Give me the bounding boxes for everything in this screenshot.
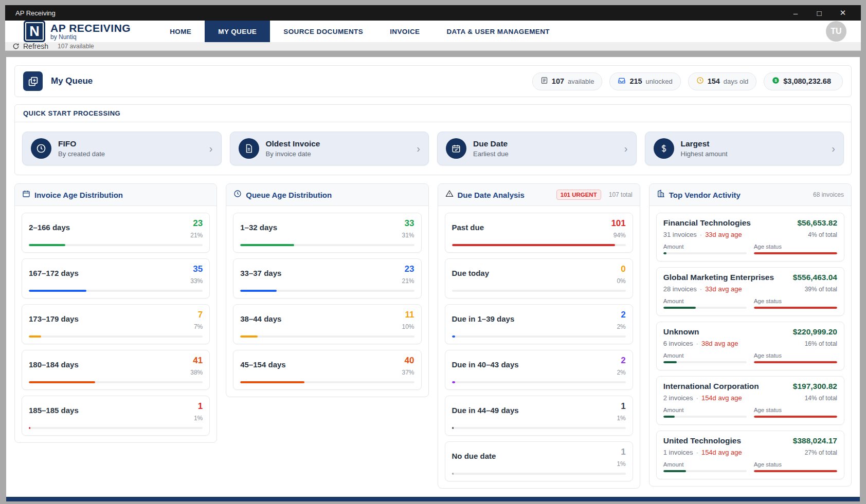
- dollar-circle-icon: $: [772, 77, 780, 86]
- vendor-card: Global Marketing Enterprises$556,463.04 …: [656, 267, 844, 316]
- age-track: [754, 307, 837, 309]
- quick-card-fifo[interactable]: FIFOBy created date ›: [22, 132, 222, 165]
- quick-card-oldest-invoice[interactable]: Oldest InvoiceBy invoice date ›: [230, 132, 429, 165]
- queue-icon: [23, 71, 43, 91]
- warning-icon: [445, 190, 454, 200]
- document-icon: [239, 138, 259, 159]
- row-value: 11: [402, 310, 414, 320]
- amount-fill: [663, 361, 677, 363]
- distribution-row: 2–166 days 2321%: [22, 213, 210, 253]
- quick-card-largest[interactable]: LargestHighest amount ›: [645, 132, 844, 165]
- nav-item-my-queue[interactable]: MY QUEUE: [205, 21, 270, 42]
- amount-fill: [663, 470, 686, 472]
- vendor-name: Financial Technologies: [663, 218, 798, 228]
- quick-start-section: QUICK START PROCESSING FIFOBy created da…: [14, 104, 852, 175]
- dot-separator: ·: [696, 340, 698, 347]
- analytics-panels: Invoice Age Distribution 2–166 days 2321…: [14, 183, 852, 489]
- maximize-button[interactable]: □: [807, 5, 831, 21]
- distribution-row: 167–172 days 3533%: [22, 258, 210, 298]
- svg-text:$: $: [775, 78, 778, 83]
- row-value: 41: [190, 356, 203, 366]
- row-value: 1: [194, 401, 203, 412]
- dot-separator: ·: [696, 394, 698, 402]
- vendor-invoices: 28 invoices: [663, 285, 697, 293]
- chevron-right-icon: ›: [624, 143, 628, 155]
- row-percent: 2%: [617, 323, 625, 330]
- main-panel: My Queue 107available 215unlocked 154day…: [6, 57, 860, 497]
- progress-fill: [240, 381, 304, 383]
- vendor-name: Global Marketing Enterprises: [663, 273, 793, 282]
- progress-track: [240, 335, 414, 338]
- progress-fill: [29, 290, 86, 292]
- progress-track: [29, 427, 203, 429]
- row-percent: 37%: [402, 369, 414, 376]
- vendor-card: Unknown$220,999.20 6 invoices·38d avg ag…: [656, 322, 844, 370]
- distribution-row: Due today 00%: [445, 258, 633, 298]
- vendor-share: 4% of total: [808, 231, 837, 238]
- chevron-right-icon: ›: [209, 143, 213, 155]
- nav-item-home[interactable]: HOME: [156, 21, 205, 42]
- progress-fill: [452, 244, 616, 246]
- available-badge: 107available: [532, 72, 603, 90]
- progress-track: [29, 290, 203, 292]
- progress-fill: [29, 381, 95, 383]
- footer-accent-strip: [6, 497, 860, 501]
- amount-fill: [663, 416, 675, 418]
- quick-card-due-date[interactable]: Due DateEarliest due ›: [437, 132, 637, 165]
- calendar-icon: [22, 190, 30, 200]
- inbox-icon: [618, 77, 626, 86]
- dot-separator: ·: [696, 449, 698, 456]
- age-track: [754, 252, 837, 254]
- amount-track: [663, 361, 747, 363]
- vendor-name: International Corporation: [663, 382, 793, 391]
- available-count: 107 available: [58, 43, 94, 50]
- panel-title: Top Vendor Activity: [669, 191, 809, 199]
- age-track: [754, 416, 837, 418]
- age-fill: [754, 416, 837, 418]
- vendor-share: 27% of total: [805, 449, 837, 456]
- row-percent: 21%: [190, 232, 203, 239]
- nav-item-invoice[interactable]: INVOICE: [376, 21, 433, 42]
- distribution-row: 38–44 days 1110%: [233, 304, 421, 344]
- refresh-button[interactable]: Refresh: [12, 42, 48, 50]
- nav-item-data-user-management[interactable]: DATA & USER MANAGEMENT: [433, 21, 563, 42]
- progress-track: [452, 335, 626, 338]
- dot-separator: ·: [700, 231, 702, 238]
- progress-fill: [240, 244, 294, 246]
- user-avatar[interactable]: TU: [826, 21, 846, 42]
- distribution-row: 185–185 days 11%: [22, 396, 210, 436]
- refresh-icon: [12, 43, 20, 50]
- unlocked-badge: 215unlocked: [609, 72, 680, 90]
- progress-fill: [29, 335, 41, 338]
- total-amount-badge: $ $3,080,232.68: [764, 72, 843, 90]
- vendor-avg-age: 33d avg age: [705, 231, 742, 238]
- vendor-share: 14% of total: [805, 395, 837, 402]
- minimize-button[interactable]: –: [784, 5, 807, 21]
- distribution-row: Due in 1–39 days 22%: [445, 304, 633, 344]
- distribution-row: Due in 44–49 days 11%: [445, 396, 633, 436]
- progress-track: [29, 381, 203, 383]
- progress-track: [452, 427, 626, 429]
- nav-item-source-documents[interactable]: SOURCE DOCUMENTS: [270, 21, 376, 42]
- age-fill: [754, 361, 837, 363]
- age-fill: [754, 307, 837, 309]
- amount-fill: [663, 307, 696, 309]
- vendor-avg-age: 33d avg age: [705, 285, 742, 293]
- vendor-amount: $56,653.82: [797, 218, 837, 228]
- progress-track: [240, 381, 414, 383]
- vendor-card: Financial Technologies$56,653.82 31 invo…: [656, 213, 844, 262]
- row-value: 7: [194, 310, 203, 320]
- page-title: My Queue: [51, 76, 532, 86]
- row-percent: 94%: [611, 232, 625, 239]
- vendor-avg-age: 38d avg age: [701, 340, 738, 347]
- brand: N AP RECEIVING by Nuntiq: [24, 21, 131, 42]
- due-date-panel: Due Date Analysis 101 URGENT 107 total P…: [438, 183, 640, 489]
- top-vendor-panel: Top Vendor Activity 68 invoices Financia…: [649, 183, 852, 487]
- close-button[interactable]: ✕: [831, 5, 855, 21]
- progress-fill: [29, 244, 65, 246]
- clock-icon: [233, 190, 242, 200]
- progress-fill: [29, 427, 30, 429]
- progress-track: [240, 290, 414, 292]
- row-value: 101: [611, 218, 625, 229]
- amount-track: [663, 252, 747, 254]
